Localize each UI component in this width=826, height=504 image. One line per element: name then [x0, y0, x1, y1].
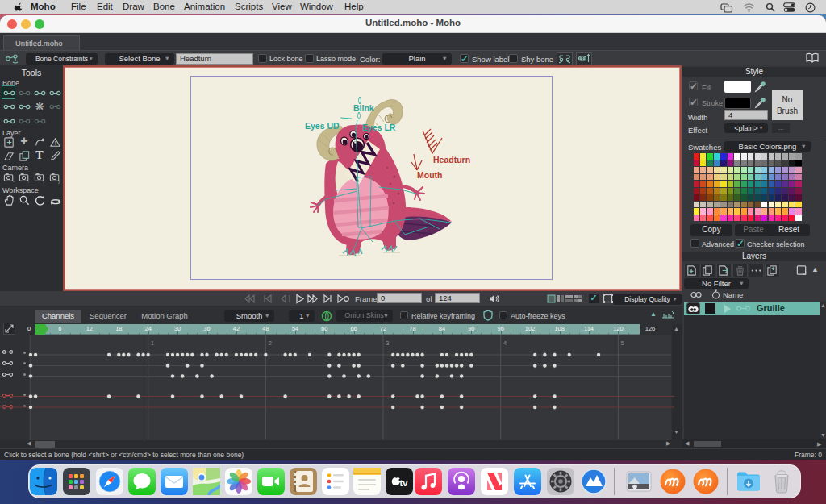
svg-text:,: , [43, 179, 44, 184]
svg-text:Mouth: Mouth [417, 170, 443, 180]
svg-text:Eyes LR: Eyes LR [362, 123, 396, 132]
svg-text:-: - [13, 179, 15, 184]
svg-text:!: ! [54, 140, 56, 146]
svg-text:Headturn: Headturn [433, 155, 470, 165]
svg-text:Blink: Blink [353, 103, 374, 113]
svg-text:Eyes UD: Eyes UD [305, 121, 340, 131]
svg-text:tv: tv [400, 478, 409, 488]
svg-text:): ) [58, 179, 60, 184]
svg-text:↑: ↑ [27, 179, 30, 184]
